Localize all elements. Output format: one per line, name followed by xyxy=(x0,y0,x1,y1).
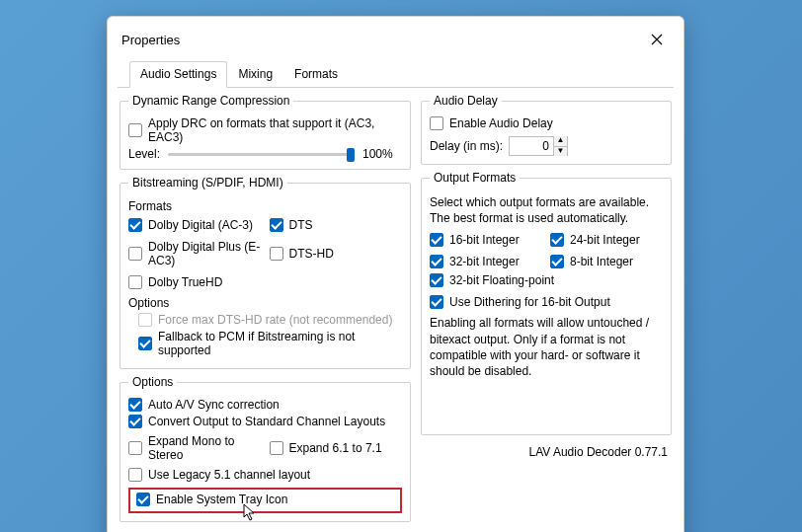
checkbox-force-dtshd-rate xyxy=(138,313,152,327)
checkbox-dolby-digital[interactable] xyxy=(128,218,142,232)
label-16bit-int: 16-bit Integer xyxy=(449,233,520,247)
slider-drc-level[interactable] xyxy=(168,147,355,161)
group-drc: Dynamic Range Compression Apply DRC on f… xyxy=(120,94,411,170)
group-audio-delay-legend: Audio Delay xyxy=(430,94,502,108)
checkbox-auto-av-sync[interactable] xyxy=(128,398,142,412)
label-convert-output: Convert Output to Standard Channel Layou… xyxy=(148,415,385,428)
group-options-legend: Options xyxy=(128,375,177,389)
label-drc-level: Level: xyxy=(128,147,160,161)
checkbox-dolby-truehd[interactable] xyxy=(128,275,142,289)
titlebar: Properties xyxy=(108,17,683,60)
tab-audio-settings[interactable]: Audio Settings xyxy=(129,61,227,88)
hint-output-formats-2: Enabling all formats will allow untouche… xyxy=(430,315,663,379)
label-apply-drc: Apply DRC on formats that support it (AC… xyxy=(148,116,402,144)
decoder-version: LAV Audio Decoder 0.77.1 xyxy=(421,441,672,459)
checkbox-enable-audio-delay[interactable] xyxy=(430,116,443,130)
label-legacy-51: Use Legacy 5.1 channel layout xyxy=(148,468,310,482)
label-enable-audio-delay: Enable Audio Delay xyxy=(449,116,553,130)
label-delay-ms: Delay (in ms): xyxy=(430,139,503,153)
label-24bit-int: 24-bit Integer xyxy=(570,233,640,247)
checkbox-16bit-int[interactable] xyxy=(430,233,443,247)
label-32bit-float: 32-bit Floating-point xyxy=(449,273,554,287)
checkbox-fallback-pcm[interactable] xyxy=(138,337,152,350)
label-use-dithering: Use Dithering for 16-bit Output xyxy=(449,295,610,309)
label-expand-61-71: Expand 6.1 to 7.1 xyxy=(289,441,382,455)
label-dts: DTS xyxy=(289,218,313,232)
input-delay-ms[interactable] xyxy=(510,139,553,153)
checkbox-legacy-51[interactable] xyxy=(128,468,142,482)
label-32bit-int: 32-bit Integer xyxy=(449,255,520,268)
label-8bit-int: 8-bit Integer xyxy=(570,255,633,268)
window-title: Properties xyxy=(121,33,180,47)
checkbox-expand-61-71[interactable] xyxy=(270,441,283,455)
checkbox-32bit-float[interactable] xyxy=(430,273,443,287)
label-auto-av-sync: Auto A/V Sync correction xyxy=(148,398,280,412)
tab-content: Dynamic Range Compression Apply DRC on f… xyxy=(108,88,683,532)
checkbox-dolby-digital-plus[interactable] xyxy=(128,247,142,261)
label-dolby-digital: Dolby Digital (AC-3) xyxy=(148,218,253,232)
label-enable-tray-icon: Enable System Tray Icon xyxy=(156,493,287,506)
checkbox-convert-output[interactable] xyxy=(128,415,142,428)
value-drc-level: 100% xyxy=(362,147,402,161)
group-audio-delay: Audio Delay Enable Audio Delay Delay (in… xyxy=(421,94,672,165)
checkbox-dts-hd[interactable] xyxy=(270,247,283,261)
checkbox-8bit-int[interactable] xyxy=(550,255,564,268)
checkbox-32bit-int[interactable] xyxy=(430,255,443,268)
checkbox-apply-drc[interactable] xyxy=(128,123,142,137)
label-fallback-pcm: Fallback to PCM if Bitstreaming is not s… xyxy=(158,330,402,357)
checkbox-expand-mono[interactable] xyxy=(128,441,142,455)
label-dolby-truehd: Dolby TrueHD xyxy=(148,275,222,289)
subheader-formats: Formats xyxy=(128,199,402,213)
checkbox-enable-tray-icon[interactable] xyxy=(136,493,150,506)
group-output-formats: Output Formats Select which output forma… xyxy=(421,171,672,435)
label-dolby-digital-plus: Dolby Digital Plus (E-AC3) xyxy=(148,240,262,267)
properties-dialog: Properties Audio Settings Mixing Formats… xyxy=(107,16,684,532)
close-button[interactable] xyxy=(644,27,670,52)
subheader-bs-options: Options xyxy=(128,296,402,310)
group-output-formats-legend: Output Formats xyxy=(430,171,520,185)
spinner-down[interactable]: ▼ xyxy=(553,146,567,156)
checkbox-dts[interactable] xyxy=(270,218,283,232)
label-dts-hd: DTS-HD xyxy=(289,247,334,261)
group-options: Options Auto A/V Sync correction Convert… xyxy=(120,375,411,522)
spinner-delay-ms[interactable]: ▲ ▼ xyxy=(509,136,568,156)
checkbox-use-dithering[interactable] xyxy=(430,295,443,309)
label-force-dtshd-rate: Force max DTS-HD rate (not recommended) xyxy=(158,313,392,327)
label-expand-mono: Expand Mono to Stereo xyxy=(148,434,262,462)
group-bitstreaming-legend: Bitstreaming (S/PDIF, HDMI) xyxy=(128,176,287,190)
group-drc-legend: Dynamic Range Compression xyxy=(128,94,293,108)
tab-strip: Audio Settings Mixing Formats xyxy=(118,60,674,88)
spinner-up[interactable]: ▲ xyxy=(553,136,567,146)
checkbox-24bit-int[interactable] xyxy=(550,233,564,247)
tab-mixing[interactable]: Mixing xyxy=(227,61,283,88)
tab-formats[interactable]: Formats xyxy=(283,61,349,88)
hint-output-formats: Select which output formats are availabl… xyxy=(430,194,663,226)
highlight-enable-tray: Enable System Tray Icon xyxy=(128,488,402,513)
group-bitstreaming: Bitstreaming (S/PDIF, HDMI) Formats Dolb… xyxy=(120,176,411,369)
close-icon xyxy=(651,34,663,45)
